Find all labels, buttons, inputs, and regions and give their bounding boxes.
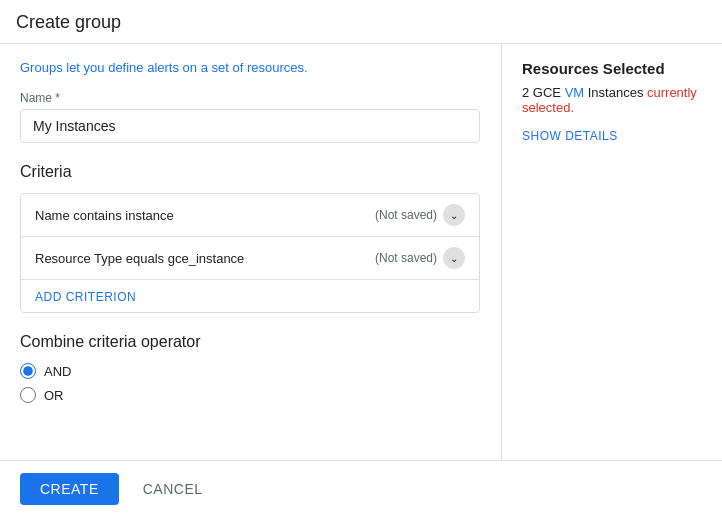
add-criterion-link[interactable]: ADD CRITERION — [35, 290, 136, 304]
criteria-text-1: Name contains instance — [35, 208, 174, 223]
page-container: Create group Groups let you define alert… — [0, 0, 722, 517]
criteria-title: Criteria — [20, 163, 481, 181]
resources-count-text: 2 GCE VM Instances currently selected. — [522, 85, 697, 115]
criteria-right-1: (Not saved) ⌄ — [375, 204, 465, 226]
combine-section: Combine criteria operator AND OR — [20, 333, 481, 403]
radio-and-label: AND — [44, 364, 71, 379]
resources-title: Resources Selected — [522, 60, 702, 77]
selected-text: currently selected. — [522, 85, 697, 115]
vm-link-text: VM — [565, 85, 585, 100]
criteria-section: Criteria Name contains instance (Not sav… — [20, 163, 481, 313]
radio-or-label: OR — [44, 388, 64, 403]
name-label: Name * — [20, 91, 481, 105]
description-text: Groups let you define alerts on a set of… — [20, 60, 481, 75]
criteria-row-2: Resource Type equals gce_instance (Not s… — [21, 237, 479, 280]
page-title: Create group — [16, 12, 706, 33]
content-area: Groups let you define alerts on a set of… — [0, 44, 722, 460]
show-details-link[interactable]: SHOW DETAILS — [522, 129, 618, 143]
criteria-status-1: (Not saved) — [375, 208, 437, 222]
add-criterion-row: ADD CRITERION — [21, 280, 479, 312]
resources-count: 2 GCE VM Instances currently selected. — [522, 85, 702, 115]
radio-and-option[interactable]: AND — [20, 363, 481, 379]
criteria-expand-btn-1[interactable]: ⌄ — [443, 204, 465, 226]
create-button[interactable]: CREATE — [20, 473, 119, 505]
name-field-container: Name * — [20, 91, 481, 143]
criteria-right-2: (Not saved) ⌄ — [375, 247, 465, 269]
right-panel: Resources Selected 2 GCE VM Instances cu… — [502, 44, 722, 460]
radio-and-input[interactable] — [20, 363, 36, 379]
criteria-row-1: Name contains instance (Not saved) ⌄ — [21, 194, 479, 237]
radio-group: AND OR — [20, 363, 481, 403]
cancel-button[interactable]: CANCEL — [131, 473, 215, 505]
combine-title: Combine criteria operator — [20, 333, 481, 351]
radio-or-input[interactable] — [20, 387, 36, 403]
footer: CREATE CANCEL — [0, 460, 722, 517]
chevron-down-icon-2: ⌄ — [450, 253, 458, 264]
page-header: Create group — [0, 0, 722, 44]
name-input[interactable] — [20, 109, 480, 143]
left-panel: Groups let you define alerts on a set of… — [0, 44, 502, 460]
radio-or-option[interactable]: OR — [20, 387, 481, 403]
criteria-box: Name contains instance (Not saved) ⌄ Res… — [20, 193, 480, 313]
chevron-down-icon-1: ⌄ — [450, 210, 458, 221]
criteria-status-2: (Not saved) — [375, 251, 437, 265]
criteria-text-2: Resource Type equals gce_instance — [35, 251, 244, 266]
criteria-expand-btn-2[interactable]: ⌄ — [443, 247, 465, 269]
